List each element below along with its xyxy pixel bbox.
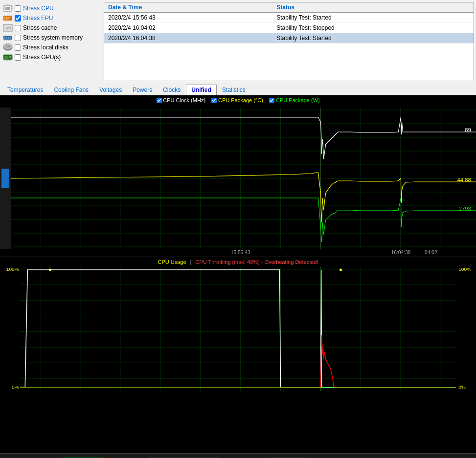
stress-memory-item: Stress system memory bbox=[2, 33, 100, 42]
legend-cpu-package-temp: CPU Package (°C) bbox=[211, 97, 263, 103]
svg-point-30 bbox=[7, 46, 8, 46]
stress-fpu-checkbox[interactable] bbox=[15, 15, 21, 22]
svg-text:15:56:43: 15:56:43 bbox=[231, 250, 250, 255]
log-table: Date & Time Status 2020/2/4 15:56:43 Sta… bbox=[104, 2, 474, 44]
log-datetime: 2020/2/4 16:04:02 bbox=[104, 23, 272, 33]
tab-cooling-fans[interactable]: Cooling Fans bbox=[48, 85, 94, 95]
stress-disks-checkbox[interactable] bbox=[15, 44, 21, 51]
tab-powers[interactable]: Powers bbox=[127, 85, 158, 95]
svg-text:100%: 100% bbox=[6, 266, 19, 272]
svg-rect-20 bbox=[6, 37, 7, 39]
svg-text:16:04:38: 16:04:38 bbox=[391, 250, 410, 255]
legend-cpu-clock-checkbox[interactable] bbox=[156, 98, 161, 103]
disks-icon bbox=[3, 44, 13, 51]
svg-text:100%: 100% bbox=[458, 266, 471, 272]
legend-cpu-clock-label: CPU Clock (MHz) bbox=[163, 97, 205, 103]
svg-point-98 bbox=[340, 268, 342, 271]
top-panel: Stress CPU FPU Stress FPU 123 bbox=[0, 0, 476, 83]
log-status: Stability Test: Started bbox=[272, 13, 474, 23]
stress-cpu-label: Stress CPU bbox=[23, 5, 54, 12]
stress-cache-label: Stress cache bbox=[23, 24, 57, 31]
svg-rect-33 bbox=[9, 56, 11, 58]
cpu-icon bbox=[3, 4, 13, 12]
stress-fpu-label: Stress FPU bbox=[23, 15, 53, 22]
tab-voltages[interactable]: Voltages bbox=[94, 85, 127, 95]
svg-text:0%: 0% bbox=[12, 384, 19, 390]
svg-text:89: 89 bbox=[465, 127, 471, 133]
legend-cpu-clock: CPU Clock (MHz) bbox=[156, 97, 205, 103]
cpu-usage-legend-label: CPU Usage bbox=[158, 259, 186, 265]
stress-options: Stress CPU FPU Stress FPU 123 bbox=[2, 2, 100, 81]
svg-rect-39 bbox=[0, 95, 476, 257]
log-status: Stability Test: Started bbox=[272, 33, 474, 44]
stress-disks-item: Stress local disks bbox=[2, 43, 100, 52]
unified-area: 100 0 15:56:43 16:04:38 04:02 89 44.88 2… bbox=[0, 95, 476, 453]
col-datetime: Date & Time bbox=[104, 2, 272, 13]
stress-memory-label: Stress system memory bbox=[23, 34, 83, 41]
stress-cache-item: 123 Stress cache bbox=[2, 23, 100, 32]
tab-statistics[interactable]: Statistics bbox=[217, 85, 251, 95]
svg-rect-32 bbox=[4, 56, 8, 59]
legend-cpu-package-temp-label: CPU Package (°C) bbox=[218, 97, 263, 103]
main-content: 100 0 15:56:43 16:04:38 04:02 89 44.88 2… bbox=[0, 95, 476, 453]
stress-gpu-label: Stress GPU(s) bbox=[23, 54, 61, 61]
fpu-icon: FPU bbox=[3, 14, 13, 22]
stress-fpu-item: FPU Stress FPU bbox=[2, 14, 100, 22]
memory-icon bbox=[3, 34, 13, 42]
tabs-bar: Temperatures Cooling Fans Voltages Power… bbox=[0, 83, 476, 95]
svg-rect-22 bbox=[10, 37, 11, 39]
log-status: Stability Test: Stopped bbox=[272, 23, 474, 33]
table-row[interactable]: 2020/2/4 16:04:02 Stability Test: Stoppe… bbox=[104, 23, 474, 33]
svg-rect-72 bbox=[0, 257, 476, 398]
log-table-container: Date & Time Status 2020/2/4 15:56:43 Sta… bbox=[104, 2, 474, 81]
legend-cpu-package-temp-checkbox[interactable] bbox=[211, 98, 217, 103]
svg-rect-21 bbox=[8, 37, 9, 39]
stress-gpu-item: Stress GPU(s) bbox=[2, 53, 100, 62]
stress-gpu-checkbox[interactable] bbox=[15, 54, 21, 61]
stress-memory-checkbox[interactable] bbox=[15, 35, 21, 41]
gpu-icon bbox=[3, 53, 13, 61]
table-row[interactable]: 2020/2/4 15:56:43 Stability Test: Starte… bbox=[104, 13, 474, 23]
cache-icon: 123 bbox=[3, 24, 13, 32]
chart-bottom-legend: CPU Usage | CPU Throttling (max: 49%) - … bbox=[158, 259, 318, 265]
stress-cpu-checkbox[interactable] bbox=[15, 5, 21, 12]
log-datetime: 2020/2/4 15:56:43 bbox=[104, 13, 272, 23]
tab-temperatures[interactable]: Temperatures bbox=[2, 85, 48, 95]
chart-bottom-svg: 100% 0% 100% 0% bbox=[0, 257, 476, 398]
legend-cpu-package-w-label: CPU Package (W) bbox=[276, 97, 320, 103]
tab-clocks[interactable]: Clocks bbox=[158, 85, 186, 95]
stress-disks-label: Stress local disks bbox=[23, 44, 68, 51]
log-datetime: 2020/2/4 16:04:38 bbox=[104, 33, 272, 44]
stress-cache-checkbox[interactable] bbox=[15, 25, 21, 31]
tab-unified[interactable]: Unified bbox=[186, 85, 217, 95]
chart-legend-top: CPU Clock (MHz) CPU Package (°C) CPU Pac… bbox=[156, 97, 319, 103]
chart-top: 100 0 15:56:43 16:04:38 04:02 89 44.88 2… bbox=[0, 95, 476, 257]
col-status: Status bbox=[272, 2, 474, 13]
chart-top-svg: 100 0 15:56:43 16:04:38 04:02 89 44.88 2… bbox=[0, 95, 476, 257]
svg-rect-19 bbox=[4, 37, 5, 39]
svg-rect-1 bbox=[5, 7, 10, 10]
stress-cpu-item: Stress CPU bbox=[2, 4, 100, 13]
svg-text:2793: 2793 bbox=[459, 206, 471, 212]
svg-text:0%: 0% bbox=[458, 384, 466, 390]
legend-cpu-package-w-checkbox[interactable] bbox=[269, 98, 274, 103]
svg-text:123: 123 bbox=[5, 26, 11, 30]
legend-cpu-package-w: CPU Package (W) bbox=[269, 97, 320, 103]
svg-text:44.88: 44.88 bbox=[457, 177, 471, 183]
status-bar: Remaining Battery: AC Line Test Started:… bbox=[0, 453, 476, 458]
scrollbar-left[interactable] bbox=[0, 108, 11, 249]
table-row[interactable]: 2020/2/4 16:04:38 Stability Test: Starte… bbox=[104, 33, 474, 44]
scrollbar-thumb[interactable] bbox=[1, 169, 9, 188]
chart-bottom: 100% 0% 100% 0% CPU Usage | CPU Thr bbox=[0, 257, 476, 398]
svg-text:FPU: FPU bbox=[5, 17, 11, 20]
cpu-throttling-legend-label: CPU Throttling (max: 49%) - Overheating … bbox=[195, 259, 318, 265]
svg-text:04:02: 04:02 bbox=[425, 250, 437, 255]
